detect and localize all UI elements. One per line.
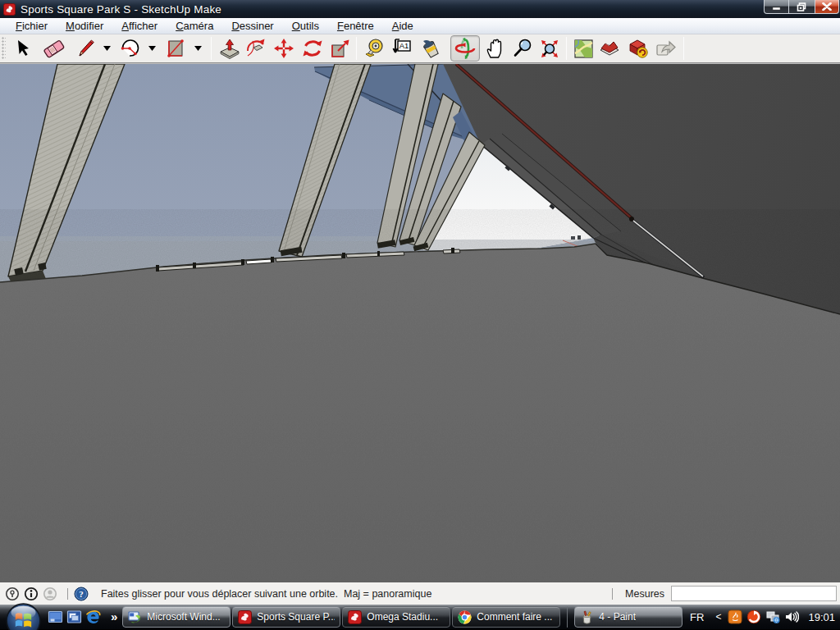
menu-camera[interactable]: Caméra [167,20,222,33]
taskbar-button-label: Omega Stadiu... [367,611,438,623]
start-button[interactable] [6,603,41,630]
toggle-terrain-button[interactable] [596,35,623,62]
minimize-button[interactable] [764,0,789,14]
share-model-icon [655,39,676,58]
measurements-group: Mesures [606,586,837,601]
warehouse-button[interactable] [624,35,651,62]
statusbar-hint: Faites glisser pour vous déplacer suivan… [101,588,431,600]
menu-modifier[interactable]: Modifier [57,20,112,33]
share-model-button[interactable] [652,35,678,62]
line-tool-button[interactable] [71,35,98,62]
rectangle-tool-dropdown[interactable] [192,35,203,62]
windows-app-icon [128,610,142,624]
taskbar-button-label: Microsoft Wind... [147,611,220,623]
download-manager-tray-icon[interactable] [746,609,761,624]
geolocation-icon[interactable] [5,587,20,601]
arc-tool-button[interactable] [116,35,143,62]
measurements-input[interactable] [671,586,837,601]
orbit-icon [454,38,477,59]
sketchup-icon [238,610,252,624]
text-tool-button[interactable]: A1 [388,35,414,62]
line-tool-dropdown[interactable] [101,35,112,62]
internet-explorer-icon[interactable] [85,609,101,625]
menu-fichier[interactable]: Fichier [7,20,57,33]
tape-measure-icon [363,38,386,60]
language-indicator[interactable]: FR [690,611,704,623]
menu-aide[interactable]: Aide [383,20,422,33]
paint-bucket-icon [420,38,442,59]
pencil-icon [74,38,95,59]
taskbar-button-microsoft[interactable]: Microsoft Wind... [122,606,231,628]
menu-dessiner[interactable]: Dessiner [222,20,282,33]
text-a1-icon: A1 [391,38,412,59]
taskbar: » Microsoft Wind... Sports Square P... O… [0,605,840,629]
quick-launch [48,609,104,625]
taskbar-button-comment-faire[interactable]: Comment faire ... [452,606,560,628]
system-tray: FR < 19:01 [690,609,840,624]
taskbar-buttons: Microsoft Wind... Sports Square P... Ome… [122,605,684,629]
show-desktop-icon[interactable] [48,609,63,625]
warehouse-icon [627,38,649,59]
rectangle-tool-button[interactable] [162,35,189,62]
taskbar-button-sports-square[interactable]: Sports Square P... [232,606,340,628]
taskbar-button-omega-stadium[interactable]: Omega Stadiu... [342,606,450,628]
rotate-icon [302,38,323,59]
eraser-icon [43,38,66,59]
push-pull-tool-button[interactable] [217,35,243,62]
toggle-terrain-icon [599,39,620,58]
taskbar-divider [567,606,568,628]
chrome-icon [458,610,472,624]
toolbar-separator [566,37,567,60]
tray-chevron[interactable]: < [715,611,721,623]
menu-bar: Fichier Modifier Afficher Caméra Dessine… [0,18,840,34]
tape-measure-tool-button[interactable] [361,35,387,62]
info-icon[interactable] [24,587,39,601]
statusbar-separator [612,588,613,600]
orbit-tool-button[interactable] [450,35,480,62]
network-tray-icon[interactable] [765,609,780,624]
follow-me-icon [245,38,267,59]
dropdown-arrow-icon [148,46,156,51]
measurements-label: Mesures [625,588,664,600]
avatar-icon[interactable] [43,587,57,601]
model-viewport[interactable] [0,63,840,582]
zoom-tool-button[interactable] [510,35,536,62]
help-icon[interactable]: ? [74,587,89,601]
svg-text:?: ? [79,589,84,599]
scene-ground [0,244,840,582]
toolbar-grip[interactable] [2,37,6,60]
zoom-extents-tool-button[interactable] [536,35,563,62]
pan-tool-button[interactable] [482,35,508,62]
add-location-icon [573,39,594,59]
arc-tool-dropdown[interactable] [146,35,158,62]
scale-tool-button[interactable] [326,35,353,62]
menu-afficher[interactable]: Afficher [112,20,167,33]
restore-button[interactable] [789,0,815,14]
toolbar: A1 [0,34,840,63]
paint-bucket-tool-button[interactable] [418,35,444,62]
menu-fenetre[interactable]: Fenêtre [328,20,383,33]
menu-outils[interactable]: Outils [283,20,328,33]
taskbar-button-paint[interactable]: 4 - Paint [574,606,682,628]
zoom-extents-icon [538,38,561,60]
arc-icon [119,38,140,59]
tray-clock[interactable]: 19:01 [808,611,835,623]
taskbar-button-label: Comment faire ... [477,611,552,623]
3d-scene [0,64,840,582]
java-tray-icon[interactable] [728,609,742,624]
eraser-tool-button[interactable] [41,35,67,62]
rotate-tool-button[interactable] [299,35,326,62]
move-tool-button[interactable] [271,35,297,62]
add-location-button[interactable] [570,35,596,62]
volume-tray-icon[interactable] [784,609,799,624]
dropdown-arrow-icon [103,46,111,51]
follow-me-tool-button[interactable] [243,35,269,62]
title-bar: Sports Square Park S - SketchUp Make [0,0,840,18]
window-title: Sports Square Park S - SketchUp Make [21,3,221,16]
close-button[interactable] [815,0,839,14]
taskbar-button-label: 4 - Paint [599,611,636,623]
toolbar-separator [211,37,212,60]
select-tool-button[interactable] [9,35,35,62]
quicklaunch-overflow-chevron[interactable]: » [111,609,117,623]
switch-windows-icon[interactable] [66,609,82,625]
